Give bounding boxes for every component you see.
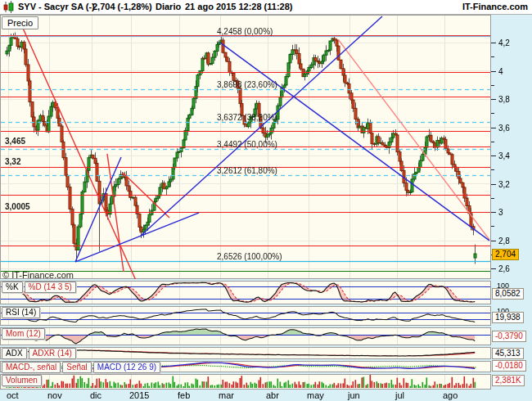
indicator-tab[interactable]: %K [2,282,23,293]
indicator-tab[interactable]: MACD (12 26 9) [93,362,160,373]
watermark: © IT-Finance.com [2,270,74,280]
y-axis-tick-label: 3 [498,208,503,217]
indicator-value-box: 19,938 [492,312,524,323]
y-axis-tick-label: 3,4 [498,151,510,160]
x-axis-month-label: nov [47,390,62,400]
x-axis-month-label: 2015 [129,390,149,400]
tab-precio[interactable]: Precio [2,16,38,29]
y-axis-tick-label: 4 [498,67,503,76]
indicator-tab-row: Mom (12) [2,328,45,340]
fibonacci-level-label: 2,6526 (100,00%) [217,252,282,261]
indicator-tab[interactable]: %D (14 3 5) [25,282,76,293]
x-axis-month-label: mar [219,390,234,400]
indicator-tab-row: ADXADXR (14) [2,348,76,359]
x-axis-month-label: oct [7,390,19,400]
indicator-tab-row: MACD-, señalSeñalMACD (12 26 9) [2,362,160,373]
indicator-tab-row: Volumen [2,375,42,386]
charting-app: { "header": { "symbol_title": "SYV - Sac… [0,0,532,401]
y-axis-tick-label: 2,6 [498,264,510,273]
y-axis-tick-label: 3,8 [498,95,510,104]
timeframe-label[interactable]: Diario [156,2,181,11]
x-axis-month-label: dic [90,390,101,400]
header-bar: SYV - Sacyr SA (-) 2,704 (-1,28%) Diario… [0,0,532,15]
x-axis-month-label: abr [266,390,279,400]
indicator-tab[interactable]: ADXR (14) [29,348,76,359]
indicator-value-box: 45,313 [492,348,524,359]
indicator-value-box: 8,0582 [492,288,524,300]
last-price-marker: 2,704 [492,249,519,260]
x-axis-month-label: may [307,390,324,400]
fibonacci-level-label: 3,8698 (23,60%) [217,80,277,89]
chart-canvas[interactable] [0,0,532,401]
fibonacci-level-label: 3,6372 (38,20%) [217,113,277,122]
y-axis-tick-label: 3,2 [498,180,510,189]
x-axis-month-label: jul [395,390,404,400]
y-axis-tick-label: 4,2 [498,38,510,47]
fibonacci-level-label: 3,4492 (50,00%) [217,140,277,149]
fibonacci-level-label: 4,2458 (0,00%) [217,27,273,36]
indicator-value-box: -0,0180 [492,360,526,372]
indicator-tab[interactable]: RSI (14) [2,307,40,318]
price-level-label: 3,465 [5,137,25,146]
symbol-title: SYV - Sacyr SA (-) [18,2,95,11]
indicator-value-box: -0,3790 [492,331,526,342]
x-axis-month-label: ago [443,390,458,400]
y-axis-tick-label: 3,6 [498,124,510,133]
fibonacci-level-label: 3,2612 (61,80%) [217,166,277,175]
quote-change: 2,704 (-1,28%) [92,2,152,11]
indicator-tab[interactable]: Volumen [2,375,42,386]
indicator-value-box: 2,381K [492,375,525,386]
x-axis-month-label: jun [348,390,360,400]
price-level-label: 3,0005 [5,202,30,211]
price-level-label: 3,32 [5,157,20,166]
indicator-tab[interactable]: ADX [2,348,27,359]
x-axis-month-label: feb [178,390,190,400]
timestamp: 21 ago 2015 12:28 (11:28) [185,2,292,11]
indicator-tab[interactable]: MACD-, señal [2,362,61,373]
candlestick-logo-icon [2,1,16,15]
indicator-tab-row: RSI (14) [2,307,40,318]
indicator-tab[interactable]: Señal [62,362,92,373]
y-axis-tick-label: 2,8 [498,237,510,246]
brand-logo: IT-Finance.com [462,2,528,11]
indicator-tab-row: %K%D (14 3 5) [2,282,76,293]
indicator-tab[interactable]: Mom (12) [2,328,45,340]
